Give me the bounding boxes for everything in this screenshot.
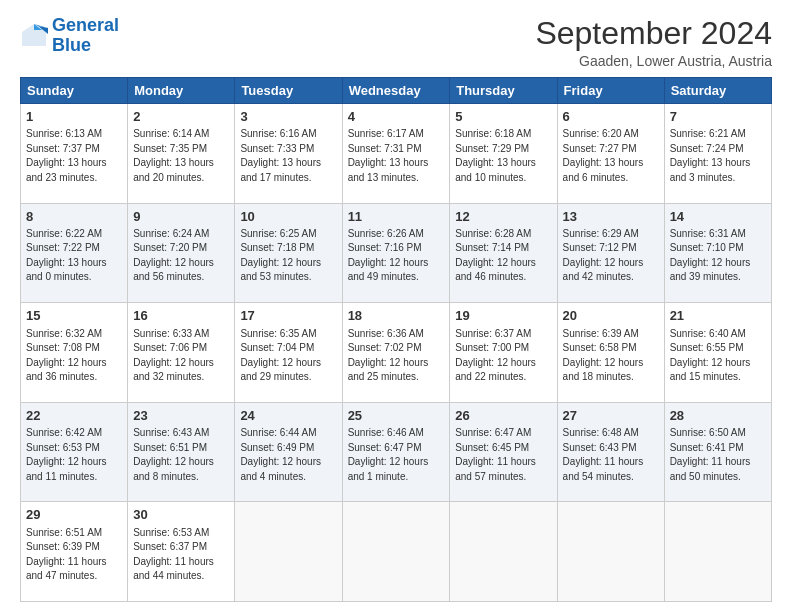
calendar-cell — [450, 502, 557, 602]
calendar-cell — [342, 502, 450, 602]
day-number: 3 — [240, 108, 336, 126]
day-info: Sunrise: 6:46 AM Sunset: 6:47 PM Dayligh… — [348, 426, 445, 484]
day-info: Sunrise: 6:44 AM Sunset: 6:49 PM Dayligh… — [240, 426, 336, 484]
day-info: Sunrise: 6:26 AM Sunset: 7:16 PM Dayligh… — [348, 227, 445, 285]
day-info: Sunrise: 6:28 AM Sunset: 7:14 PM Dayligh… — [455, 227, 551, 285]
calendar-cell: 26Sunrise: 6:47 AM Sunset: 6:45 PM Dayli… — [450, 402, 557, 502]
calendar-cell: 30Sunrise: 6:53 AM Sunset: 6:37 PM Dayli… — [128, 502, 235, 602]
calendar-cell: 5Sunrise: 6:18 AM Sunset: 7:29 PM Daylig… — [450, 104, 557, 204]
header-day-friday: Friday — [557, 78, 664, 104]
main-title: September 2024 — [535, 16, 772, 51]
calendar-cell — [235, 502, 342, 602]
day-number: 22 — [26, 407, 122, 425]
calendar-cell: 4Sunrise: 6:17 AM Sunset: 7:31 PM Daylig… — [342, 104, 450, 204]
day-number: 7 — [670, 108, 766, 126]
calendar-cell: 3Sunrise: 6:16 AM Sunset: 7:33 PM Daylig… — [235, 104, 342, 204]
day-number: 30 — [133, 506, 229, 524]
header-day-monday: Monday — [128, 78, 235, 104]
day-number: 20 — [563, 307, 659, 325]
calendar-cell: 18Sunrise: 6:36 AM Sunset: 7:02 PM Dayli… — [342, 303, 450, 403]
day-number: 13 — [563, 208, 659, 226]
day-number: 24 — [240, 407, 336, 425]
day-info: Sunrise: 6:50 AM Sunset: 6:41 PM Dayligh… — [670, 426, 766, 484]
day-number: 23 — [133, 407, 229, 425]
day-info: Sunrise: 6:36 AM Sunset: 7:02 PM Dayligh… — [348, 327, 445, 385]
calendar-cell: 10Sunrise: 6:25 AM Sunset: 7:18 PM Dayli… — [235, 203, 342, 303]
calendar-cell: 25Sunrise: 6:46 AM Sunset: 6:47 PM Dayli… — [342, 402, 450, 502]
calendar-cell: 15Sunrise: 6:32 AM Sunset: 7:08 PM Dayli… — [21, 303, 128, 403]
calendar-cell: 8Sunrise: 6:22 AM Sunset: 7:22 PM Daylig… — [21, 203, 128, 303]
calendar-cell: 19Sunrise: 6:37 AM Sunset: 7:00 PM Dayli… — [450, 303, 557, 403]
calendar-cell: 22Sunrise: 6:42 AM Sunset: 6:53 PM Dayli… — [21, 402, 128, 502]
calendar-cell: 23Sunrise: 6:43 AM Sunset: 6:51 PM Dayli… — [128, 402, 235, 502]
day-info: Sunrise: 6:24 AM Sunset: 7:20 PM Dayligh… — [133, 227, 229, 285]
day-number: 14 — [670, 208, 766, 226]
day-number: 12 — [455, 208, 551, 226]
day-info: Sunrise: 6:13 AM Sunset: 7:37 PM Dayligh… — [26, 127, 122, 185]
day-number: 26 — [455, 407, 551, 425]
calendar-cell: 27Sunrise: 6:48 AM Sunset: 6:43 PM Dayli… — [557, 402, 664, 502]
day-number: 28 — [670, 407, 766, 425]
day-number: 2 — [133, 108, 229, 126]
logo-icon — [20, 22, 48, 50]
day-info: Sunrise: 6:40 AM Sunset: 6:55 PM Dayligh… — [670, 327, 766, 385]
day-info: Sunrise: 6:22 AM Sunset: 7:22 PM Dayligh… — [26, 227, 122, 285]
calendar-cell: 28Sunrise: 6:50 AM Sunset: 6:41 PM Dayli… — [664, 402, 771, 502]
logo-line2: Blue — [52, 36, 119, 56]
logo-text: General Blue — [52, 16, 119, 56]
subtitle: Gaaden, Lower Austria, Austria — [535, 53, 772, 69]
day-number: 25 — [348, 407, 445, 425]
day-info: Sunrise: 6:16 AM Sunset: 7:33 PM Dayligh… — [240, 127, 336, 185]
day-info: Sunrise: 6:43 AM Sunset: 6:51 PM Dayligh… — [133, 426, 229, 484]
day-number: 27 — [563, 407, 659, 425]
day-info: Sunrise: 6:47 AM Sunset: 6:45 PM Dayligh… — [455, 426, 551, 484]
day-number: 6 — [563, 108, 659, 126]
day-number: 8 — [26, 208, 122, 226]
calendar-cell: 24Sunrise: 6:44 AM Sunset: 6:49 PM Dayli… — [235, 402, 342, 502]
day-info: Sunrise: 6:18 AM Sunset: 7:29 PM Dayligh… — [455, 127, 551, 185]
header-day-thursday: Thursday — [450, 78, 557, 104]
calendar-cell — [557, 502, 664, 602]
logo: General Blue — [20, 16, 119, 56]
calendar-cell — [664, 502, 771, 602]
day-info: Sunrise: 6:51 AM Sunset: 6:39 PM Dayligh… — [26, 526, 122, 584]
calendar-cell: 14Sunrise: 6:31 AM Sunset: 7:10 PM Dayli… — [664, 203, 771, 303]
header-day-wednesday: Wednesday — [342, 78, 450, 104]
calendar-cell: 20Sunrise: 6:39 AM Sunset: 6:58 PM Dayli… — [557, 303, 664, 403]
day-info: Sunrise: 6:48 AM Sunset: 6:43 PM Dayligh… — [563, 426, 659, 484]
day-info: Sunrise: 6:29 AM Sunset: 7:12 PM Dayligh… — [563, 227, 659, 285]
calendar-cell: 7Sunrise: 6:21 AM Sunset: 7:24 PM Daylig… — [664, 104, 771, 204]
day-info: Sunrise: 6:20 AM Sunset: 7:27 PM Dayligh… — [563, 127, 659, 185]
header: General Blue September 2024 Gaaden, Lowe… — [20, 16, 772, 69]
calendar-cell: 21Sunrise: 6:40 AM Sunset: 6:55 PM Dayli… — [664, 303, 771, 403]
calendar-cell: 17Sunrise: 6:35 AM Sunset: 7:04 PM Dayli… — [235, 303, 342, 403]
week-row-2: 8Sunrise: 6:22 AM Sunset: 7:22 PM Daylig… — [21, 203, 772, 303]
day-info: Sunrise: 6:21 AM Sunset: 7:24 PM Dayligh… — [670, 127, 766, 185]
day-info: Sunrise: 6:25 AM Sunset: 7:18 PM Dayligh… — [240, 227, 336, 285]
day-info: Sunrise: 6:32 AM Sunset: 7:08 PM Dayligh… — [26, 327, 122, 385]
day-info: Sunrise: 6:39 AM Sunset: 6:58 PM Dayligh… — [563, 327, 659, 385]
logo-line1: General — [52, 15, 119, 35]
page: General Blue September 2024 Gaaden, Lowe… — [0, 0, 792, 612]
day-number: 4 — [348, 108, 445, 126]
week-row-4: 22Sunrise: 6:42 AM Sunset: 6:53 PM Dayli… — [21, 402, 772, 502]
day-number: 29 — [26, 506, 122, 524]
week-row-1: 1Sunrise: 6:13 AM Sunset: 7:37 PM Daylig… — [21, 104, 772, 204]
day-number: 17 — [240, 307, 336, 325]
day-info: Sunrise: 6:33 AM Sunset: 7:06 PM Dayligh… — [133, 327, 229, 385]
day-info: Sunrise: 6:53 AM Sunset: 6:37 PM Dayligh… — [133, 526, 229, 584]
week-row-5: 29Sunrise: 6:51 AM Sunset: 6:39 PM Dayli… — [21, 502, 772, 602]
calendar-header: SundayMondayTuesdayWednesdayThursdayFrid… — [21, 78, 772, 104]
day-number: 15 — [26, 307, 122, 325]
calendar-cell: 12Sunrise: 6:28 AM Sunset: 7:14 PM Dayli… — [450, 203, 557, 303]
day-number: 9 — [133, 208, 229, 226]
calendar-cell: 11Sunrise: 6:26 AM Sunset: 7:16 PM Dayli… — [342, 203, 450, 303]
day-number: 11 — [348, 208, 445, 226]
day-number: 5 — [455, 108, 551, 126]
calendar-cell: 13Sunrise: 6:29 AM Sunset: 7:12 PM Dayli… — [557, 203, 664, 303]
calendar-cell: 2Sunrise: 6:14 AM Sunset: 7:35 PM Daylig… — [128, 104, 235, 204]
day-number: 1 — [26, 108, 122, 126]
day-info: Sunrise: 6:31 AM Sunset: 7:10 PM Dayligh… — [670, 227, 766, 285]
calendar-body: 1Sunrise: 6:13 AM Sunset: 7:37 PM Daylig… — [21, 104, 772, 602]
calendar-cell: 16Sunrise: 6:33 AM Sunset: 7:06 PM Dayli… — [128, 303, 235, 403]
